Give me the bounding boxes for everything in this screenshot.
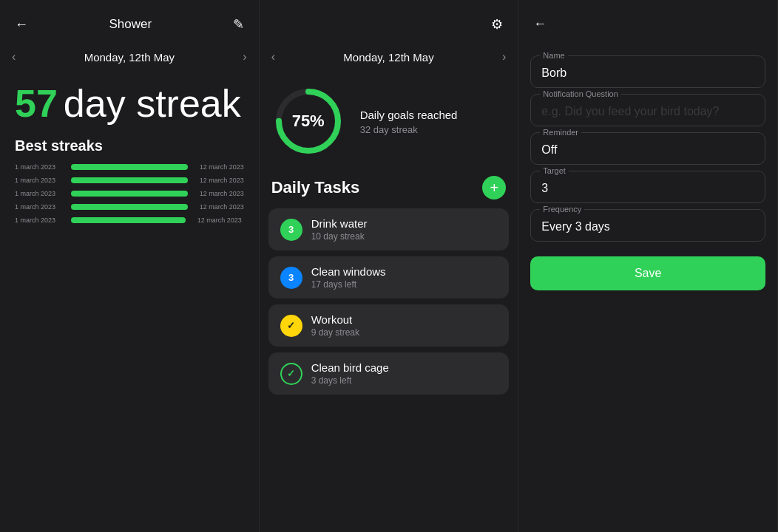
- current-date-2: Monday, 12th May: [343, 51, 433, 64]
- task-info-clean-cage: Clean bird cage 3 days left: [311, 361, 498, 386]
- notification-placeholder: e.g. Did you feed your bird today?: [541, 105, 754, 118]
- task-item-clean-cage[interactable]: ✓ Clean bird cage 3 days left: [268, 352, 510, 395]
- target-field[interactable]: Target 3: [530, 171, 765, 203]
- shower-header: ← Shower ✎: [0, 0, 259, 44]
- streak-number: 57: [15, 81, 58, 126]
- daily-header: ⚙: [260, 0, 518, 44]
- streak-display: 57 day streak: [0, 69, 259, 132]
- prev-date-1[interactable]: ‹: [12, 50, 16, 64]
- best-streaks-title: Best streaks: [0, 132, 259, 163]
- task-sub-workout: 9 day streak: [311, 327, 498, 338]
- edit-button[interactable]: ✎: [230, 13, 247, 35]
- prev-date-2[interactable]: ‹: [271, 50, 275, 64]
- edit-header: ←: [518, 0, 777, 44]
- streak-bar: [71, 191, 188, 197]
- streak-bar: [71, 164, 188, 170]
- task-sub-drink-water: 10 day streak: [311, 231, 498, 242]
- streak-end-date: 12 march 2023: [192, 203, 244, 211]
- frequency-field[interactable]: Frequency Every 3 days: [530, 209, 765, 242]
- task-badge-clean-windows: 3: [280, 267, 302, 289]
- task-name-clean-cage: Clean bird cage: [311, 361, 498, 374]
- streak-start-date: 1 march 2023: [15, 203, 67, 211]
- streak-start-date: 1 march 2023: [15, 163, 67, 171]
- streak-bar: [71, 217, 186, 223]
- target-label: Target: [540, 166, 569, 175]
- streak-start-date: 1 march 2023: [15, 177, 67, 184]
- progress-section: 75% Daily goals reached 32 day streak: [260, 69, 518, 170]
- notification-field[interactable]: Notification Question e.g. Did you feed …: [530, 94, 765, 126]
- task-badge-workout: ✓: [280, 315, 302, 337]
- progress-circle: 75%: [271, 84, 345, 158]
- name-value: Borb: [541, 66, 754, 80]
- task-item-clean-windows[interactable]: 3 Clean windows 17 days left: [268, 256, 510, 299]
- reminder-label: Reminder: [540, 128, 581, 137]
- streak-bar: [71, 177, 188, 183]
- task-sub-clean-windows: 17 days left: [311, 279, 498, 290]
- streak-row: 1 march 2023 12 march 2023: [15, 203, 244, 211]
- task-info-drink-water: Drink water 10 day streak: [311, 217, 498, 242]
- task-item-workout[interactable]: ✓ Workout 9 day streak: [268, 304, 510, 347]
- task-badge-clean-cage: ✓: [280, 363, 302, 385]
- streak-row: 1 march 2023 12 march 2023: [15, 216, 244, 224]
- tasks-title: Daily Tasks: [271, 178, 359, 197]
- date-nav-1: ‹ Monday, 12th May ›: [0, 44, 259, 69]
- notification-label: Notification Question: [540, 89, 621, 98]
- reminder-field[interactable]: Reminder Off: [530, 132, 765, 165]
- shower-panel: ← Shower ✎ ‹ Monday, 12th May › 57 day s…: [0, 0, 260, 532]
- streak-row: 1 march 2023 12 march 2023: [15, 190, 244, 197]
- edit-panel: ← Name Borb Notification Question e.g. D…: [518, 0, 778, 532]
- tasks-header: Daily Tasks +: [260, 170, 518, 208]
- date-nav-2: ‹ Monday, 12th May ›: [260, 44, 518, 69]
- back-button[interactable]: ←: [12, 14, 31, 35]
- reminder-value: Off: [541, 143, 754, 157]
- add-task-button[interactable]: +: [482, 176, 506, 200]
- frequency-label: Frequency: [540, 205, 584, 214]
- name-field[interactable]: Name Borb: [530, 55, 765, 88]
- daily-panel: ⚙ ‹ Monday, 12th May › 75% Daily goals r…: [260, 0, 519, 532]
- streak-bar: [71, 204, 188, 210]
- streak-end-date: 12 march 2023: [192, 190, 244, 197]
- frequency-value: Every 3 days: [541, 220, 754, 233]
- streak-end-date: 12 march 2023: [192, 177, 244, 184]
- streak-start-date: 1 march 2023: [15, 190, 67, 197]
- task-info-workout: Workout 9 day streak: [311, 313, 498, 338]
- streak-row: 1 march 2023 12 march 2023: [15, 177, 244, 184]
- edit-back-button[interactable]: ←: [530, 13, 549, 35]
- streak-row: 1 march 2023 12 march 2023: [15, 163, 244, 171]
- streak-end-date: 12 march 2023: [190, 216, 242, 224]
- next-date-2[interactable]: ›: [502, 50, 506, 64]
- settings-button[interactable]: ⚙: [488, 13, 506, 35]
- streak-rows: 1 march 2023 12 march 2023 1 march 2023 …: [0, 163, 259, 224]
- edit-form: Name Borb Notification Question e.g. Did…: [518, 44, 777, 305]
- task-sub-clean-cage: 3 days left: [311, 375, 498, 386]
- panel-title: Shower: [109, 17, 152, 32]
- name-label: Name: [540, 51, 567, 60]
- streak-label: day streak: [64, 81, 241, 126]
- task-badge-drink-water: 3: [280, 219, 302, 241]
- goals-streak: 32 day streak: [360, 124, 458, 135]
- task-name-clean-windows: Clean windows: [311, 265, 498, 278]
- next-date-1[interactable]: ›: [243, 50, 246, 64]
- save-button[interactable]: Save: [530, 256, 765, 290]
- task-item-drink-water[interactable]: 3 Drink water 10 day streak: [268, 208, 510, 250]
- task-name-workout: Workout: [311, 313, 498, 326]
- goals-title: Daily goals reached: [360, 107, 458, 123]
- streak-start-date: 1 march 2023: [15, 216, 67, 224]
- task-info-clean-windows: Clean windows 17 days left: [311, 265, 498, 290]
- streak-end-date: 12 march 2023: [192, 163, 244, 171]
- task-name-drink-water: Drink water: [311, 217, 498, 230]
- goals-info: Daily goals reached 32 day streak: [360, 107, 458, 135]
- current-date-1: Monday, 12th May: [84, 51, 175, 64]
- target-value: 3: [541, 182, 754, 195]
- progress-percent: 75%: [292, 112, 325, 131]
